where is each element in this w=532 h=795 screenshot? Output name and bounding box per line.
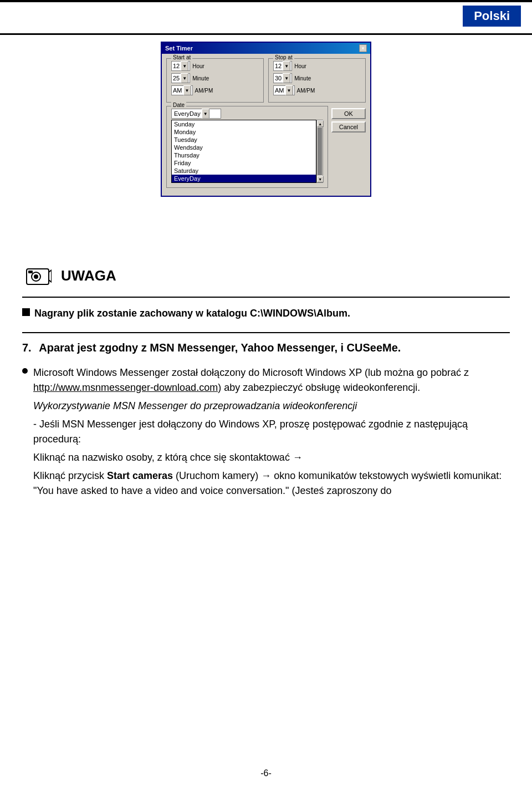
date-scrollbar[interactable]: ▲ ▼ [316, 120, 323, 183]
stop-hour-arrow[interactable]: ▼ [283, 61, 290, 71]
list-item-friday[interactable]: Friday [172, 159, 316, 167]
note-items: Nagrany plik zostanie zachowany w katalo… [22, 306, 510, 321]
stop-ampm-dropdown[interactable]: AM ▼ [273, 85, 295, 95]
cancel-button[interactable]: Cancel [331, 121, 366, 132]
scroll-up-btn[interactable]: ▲ [317, 120, 324, 127]
msn-italic-heading: Wykorzystywanie MSN Messenger do przepro… [33, 399, 510, 414]
note-bullet-item: Nagrany plik zostanie zachowany w katalo… [22, 306, 510, 321]
start-hour-label: Hour [192, 63, 204, 69]
date-ok-row: Date EveryDay ▼ Sunday Mon [166, 106, 366, 191]
msn-bullet-item: Microsoft Windows Messenger został dołąc… [22, 365, 510, 498]
msn-intro: Microsoft Windows Messenger został dołąc… [33, 365, 510, 395]
header-separator [0, 33, 532, 35]
note-text: Nagrany plik zostanie zachowany w katalo… [34, 306, 510, 321]
item-7: 7. Aparat jest zgodny z MSN Messenger, Y… [22, 342, 510, 354]
stop-hour-dropdown[interactable]: 12 ▼ [273, 61, 292, 71]
start-ampm-row: AM ▼ AM/PM [171, 85, 259, 95]
stop-minute-arrow[interactable]: ▼ [283, 73, 290, 83]
start-hour-arrow[interactable]: ▼ [181, 61, 188, 71]
stop-at-label: Stop at [273, 54, 294, 60]
start-hour-dropdown[interactable]: 12 ▼ [171, 61, 190, 71]
ok-button[interactable]: OK [331, 108, 366, 119]
round-bullet-icon [22, 368, 28, 374]
date-dropdown[interactable]: EveryDay ▼ [171, 109, 221, 119]
dialog-title: Set Timer [165, 45, 193, 52]
stop-ampm-arrow[interactable]: ▼ [285, 85, 293, 95]
start-minute-row: 25 ▼ Minute [171, 73, 259, 83]
stop-ampm-row: AM ▼ AM/PM [273, 85, 361, 95]
titlebar-buttons: × [359, 44, 367, 52]
page-number: -6- [260, 768, 272, 778]
dialog-titlebar: Set Timer × [162, 43, 370, 54]
scroll-down-btn[interactable]: ▼ [317, 176, 324, 182]
start-minute-label: Minute [192, 75, 209, 81]
msn-instruction: - Jeśli MSN Messenger jest dołączony do … [33, 417, 510, 447]
stop-minute-label: Minute [294, 75, 311, 81]
set-timer-dialog: Set Timer × Start at 12 ▼ Hour [161, 42, 371, 197]
svg-marker-1 [49, 270, 52, 282]
svg-point-3 [34, 274, 38, 279]
date-dropdown-list: Sunday Monday Tuesday Wendsday Thursday … [171, 120, 316, 183]
list-item-monday[interactable]: Monday [172, 128, 316, 136]
list-item-tuesday[interactable]: Tuesday [172, 136, 316, 144]
camera-icon [22, 261, 53, 291]
language-header: Polski [463, 6, 521, 27]
start-at-group: Start at 12 ▼ Hour 25 ▼ Minute [166, 58, 264, 103]
list-item-wendsday[interactable]: Wendsday [172, 144, 316, 151]
content-separator [22, 332, 510, 333]
msn-step1: Kliknąć na nazwisko osoby, z którą chce … [33, 450, 510, 465]
stop-minute-dropdown[interactable]: 30 ▼ [273, 73, 292, 83]
dialog-body: Start at 12 ▼ Hour 25 ▼ Minute [162, 54, 370, 196]
start-minute-arrow[interactable]: ▼ [181, 73, 188, 83]
stop-ampm-label: AM/PM [297, 88, 315, 94]
date-dropdown-list-container: Sunday Monday Tuesday Wendsday Thursday … [171, 120, 323, 183]
msn-link[interactable]: http://www.msnmessenger-download.com [33, 382, 218, 393]
screenshot-area: Set Timer × Start at 12 ▼ Hour [161, 42, 371, 197]
list-item-thursday[interactable]: Thursday [172, 151, 316, 159]
top-border [0, 0, 532, 2]
start-at-label: Start at [171, 54, 192, 60]
time-row: Start at 12 ▼ Hour 25 ▼ Minute [166, 58, 366, 103]
list-item-sunday[interactable]: Sunday [172, 120, 316, 128]
date-section: Date EveryDay ▼ Sunday Mon [166, 106, 328, 191]
start-minute-dropdown[interactable]: 25 ▼ [171, 73, 190, 83]
stop-hour-row: 12 ▼ Hour [273, 61, 361, 71]
stop-at-group: Stop at 12 ▼ Hour 30 ▼ Minute [268, 58, 366, 103]
list-item-saturday[interactable]: Saturday [172, 167, 316, 175]
uwaga-title: UWAGA [61, 267, 116, 284]
start-hour-row: 12 ▼ Hour [171, 61, 259, 71]
uwaga-header: UWAGA [22, 261, 510, 298]
stop-minute-row: 30 ▼ Minute [273, 73, 361, 83]
start-ampm-arrow[interactable]: ▼ [183, 85, 191, 95]
list-item-everyday[interactable]: EveryDay [172, 175, 316, 182]
date-dropdown-arrow[interactable]: ▼ [202, 109, 209, 119]
bullet-icon [22, 308, 30, 316]
msn-content: Microsoft Windows Messenger został dołąc… [33, 365, 510, 498]
close-button[interactable]: × [359, 44, 367, 52]
svg-rect-4 [28, 271, 33, 273]
start-ampm-label: AM/PM [195, 88, 213, 94]
item-7-title: 7. Aparat jest zgodny z MSN Messenger, Y… [22, 342, 510, 354]
main-content: UWAGA Nagrany plik zostanie zachowany w … [22, 261, 510, 505]
ok-cancel-area: OK Cancel [331, 106, 366, 132]
stop-hour-label: Hour [294, 63, 306, 69]
date-label: Date [171, 102, 186, 108]
scroll-thumb [318, 128, 322, 175]
msn-step2: Kliknąć przycisk Start cameras (Uruchom … [33, 468, 510, 498]
date-group: Date EveryDay ▼ Sunday Mon [166, 106, 328, 188]
start-ampm-dropdown[interactable]: AM ▼ [171, 85, 193, 95]
